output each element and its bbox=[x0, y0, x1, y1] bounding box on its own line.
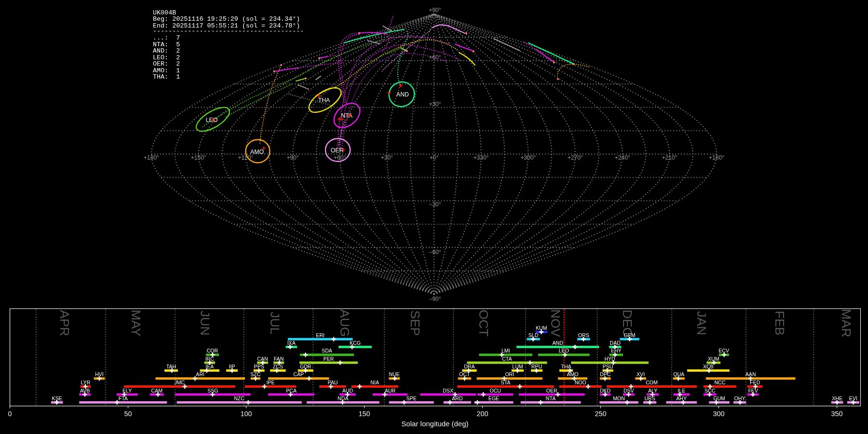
svg-text:+300°: +300° bbox=[520, 154, 536, 161]
svg-text:200: 200 bbox=[476, 410, 488, 418]
svg-text:HVI: HVI bbox=[95, 371, 104, 377]
svg-text:EVI: EVI bbox=[849, 395, 857, 401]
svg-text:ORI: ORI bbox=[505, 371, 514, 377]
svg-text:FEV: FEV bbox=[748, 388, 759, 393]
svg-text:ORS: ORS bbox=[578, 332, 589, 338]
svg-text:IEA: IEA bbox=[205, 364, 214, 369]
svg-text:OCT: OCT bbox=[459, 371, 470, 377]
svg-text:AMO: AMO bbox=[567, 371, 578, 377]
svg-text:THA: THA bbox=[561, 364, 571, 369]
svg-text:KSE: KSE bbox=[52, 395, 62, 401]
svg-text:IIP: IIP bbox=[229, 364, 235, 369]
svg-text:+210°: +210° bbox=[662, 154, 677, 161]
svg-text:SLD: SLD bbox=[529, 332, 539, 338]
svg-text:GUM: GUM bbox=[713, 395, 725, 401]
svg-text:ARD: ARD bbox=[452, 395, 463, 401]
svg-text:+240°: +240° bbox=[615, 154, 630, 161]
svg-text:+150°: +150° bbox=[191, 154, 206, 161]
svg-text:AUR: AUR bbox=[385, 388, 396, 393]
svg-text:OER: OER bbox=[546, 388, 557, 393]
svg-text:DSX: DSX bbox=[443, 388, 453, 393]
svg-text:+60°: +60° bbox=[429, 54, 441, 61]
svg-text:EHY: EHY bbox=[611, 348, 622, 353]
svg-text:JAN: JAN bbox=[694, 311, 709, 335]
svg-text:DSV: DSV bbox=[624, 388, 635, 393]
svg-text:−60°: −60° bbox=[429, 249, 441, 256]
svg-text:SZC: SZC bbox=[250, 371, 261, 377]
svg-text:ILE: ILE bbox=[678, 388, 685, 393]
svg-text:RPU: RPU bbox=[531, 364, 542, 369]
svg-text:APR: APR bbox=[57, 310, 72, 337]
svg-text:XUM: XUM bbox=[708, 356, 719, 362]
svg-text:THA: THA bbox=[318, 97, 330, 104]
svg-text:PAU: PAU bbox=[327, 380, 338, 385]
svg-text:PCA: PCA bbox=[286, 388, 297, 393]
svg-text:GEM: GEM bbox=[624, 332, 635, 338]
svg-text:TAH: TAH bbox=[166, 364, 176, 369]
svg-text:−90°: −90° bbox=[429, 296, 441, 302]
svg-text:NIA: NIA bbox=[370, 380, 380, 385]
svg-text:XHE: XHE bbox=[832, 395, 842, 401]
svg-text:MAR: MAR bbox=[839, 309, 854, 338]
svg-text:AVB: AVB bbox=[80, 388, 90, 393]
svg-text:PSU: PSU bbox=[603, 364, 613, 369]
svg-text:+330°: +330° bbox=[474, 154, 489, 161]
svg-text:PER: PER bbox=[324, 356, 334, 362]
svg-text:+270°: +270° bbox=[568, 154, 583, 161]
svg-text:KUM: KUM bbox=[536, 325, 547, 331]
svg-text:IPE: IPE bbox=[267, 380, 275, 385]
svg-text:ERI: ERI bbox=[316, 332, 325, 338]
svg-text:AHY: AHY bbox=[676, 395, 687, 401]
svg-text:QUA: QUA bbox=[673, 371, 685, 377]
svg-text:MAY: MAY bbox=[129, 310, 143, 337]
svg-text:MON: MON bbox=[613, 395, 625, 401]
svg-text:CTA: CTA bbox=[502, 356, 512, 362]
svg-text:------------------------------: --------------------------------------- bbox=[153, 27, 304, 35]
svg-text:100: 100 bbox=[240, 410, 252, 418]
svg-text:COM: COM bbox=[646, 380, 658, 385]
svg-text:HYD: HYD bbox=[604, 356, 615, 362]
svg-text:SEP: SEP bbox=[408, 310, 422, 336]
svg-text:NOO: NOO bbox=[575, 380, 586, 385]
svg-text:ARI: ARI bbox=[196, 371, 204, 377]
svg-text:DRA: DRA bbox=[464, 364, 475, 369]
svg-text:+180°: +180° bbox=[144, 154, 159, 161]
svg-text:FED: FED bbox=[750, 380, 760, 385]
svg-text:LYR: LYR bbox=[81, 380, 90, 385]
svg-text:SCC: SCC bbox=[705, 388, 716, 393]
svg-text:JUN: JUN bbox=[198, 311, 212, 336]
svg-text:150: 150 bbox=[358, 410, 370, 418]
svg-text:AND: AND bbox=[396, 91, 409, 98]
svg-text:OER: OER bbox=[331, 147, 344, 154]
svg-text:NTA: NTA bbox=[546, 395, 556, 401]
svg-text:FEB: FEB bbox=[773, 311, 787, 336]
svg-text:XCB: XCB bbox=[703, 364, 714, 369]
svg-text:300: 300 bbox=[713, 410, 724, 418]
svg-text:JUL: JUL bbox=[268, 312, 282, 334]
svg-text:+30°: +30° bbox=[381, 154, 393, 161]
svg-text:LUM: LUM bbox=[512, 364, 523, 369]
svg-text:AUD: AUD bbox=[342, 388, 353, 393]
svg-text:GDR: GDR bbox=[300, 364, 312, 369]
svg-text:XVI: XVI bbox=[637, 371, 645, 377]
svg-text:+30°: +30° bbox=[429, 101, 441, 108]
svg-text:THA: 1: THA: 1 bbox=[153, 73, 180, 81]
svg-text:AND: AND bbox=[553, 340, 564, 346]
svg-text:IRC: IRC bbox=[205, 356, 215, 362]
svg-text:DAD: DAD bbox=[610, 340, 621, 346]
svg-text:350: 350 bbox=[831, 410, 842, 418]
svg-text:AMO: AMO bbox=[250, 149, 264, 155]
svg-text:+90°: +90° bbox=[286, 154, 298, 161]
svg-text:URS: URS bbox=[644, 395, 655, 401]
svg-text:NUE: NUE bbox=[389, 371, 400, 377]
svg-text:SPE: SPE bbox=[407, 395, 417, 401]
svg-text:+0°: +0° bbox=[430, 154, 439, 161]
svg-text:CAP: CAP bbox=[293, 371, 304, 377]
svg-text:+90°: +90° bbox=[429, 7, 441, 14]
svg-text:AAN: AAN bbox=[746, 371, 756, 377]
svg-text:NDA: NDA bbox=[338, 395, 349, 401]
svg-text:EGE: EGE bbox=[488, 395, 499, 401]
svg-text:AUG: AUG bbox=[338, 309, 352, 337]
svg-text:JMC: JMC bbox=[175, 380, 185, 385]
svg-text:LEO: LEO bbox=[559, 348, 569, 353]
